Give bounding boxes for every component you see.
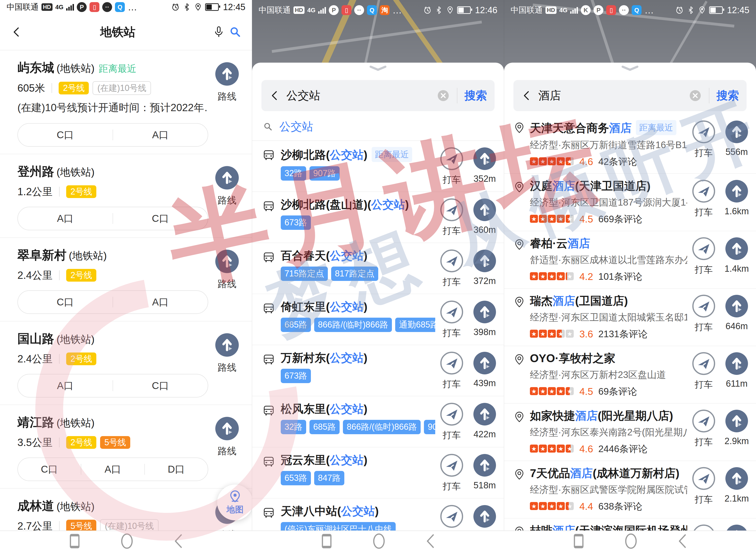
bus-line-chip[interactable]: (停运)东丽湖社区巴士八中线 [281,522,396,531]
bus-line-chip[interactable]: 847路 [314,471,344,485]
subway-station-row[interactable]: 翠阜新村(地铁站) 2.4公里 2号线 C口A口 路线 [0,238,252,321]
route-button[interactable]: 1.6km [724,179,750,218]
route-button[interactable]: 路线 [208,164,246,230]
taxi-button[interactable]: 打车 [438,454,465,492]
sheet-collapse-handle[interactable] [252,63,504,73]
search-input[interactable]: 酒店 [538,88,689,103]
exit-button[interactable]: A口 [18,379,112,392]
nav-recents-button[interactable] [321,533,333,549]
route-button[interactable]: 2.9km [724,409,750,448]
clear-input-button[interactable] [689,89,702,102]
hotel-row[interactable]: 天津天意合商务酒店距离最近 经济型·东丽区万新街道雪莲路16号B1栋 ★★★★★… [504,114,756,173]
bus-stop-row[interactable]: 沙柳北路(公交站)距离最近 32路907路 打车 352m [252,141,504,191]
exit-button[interactable]: D口 [145,463,208,476]
route-button[interactable]: 422m [471,403,498,441]
exit-button[interactable]: C口 [18,296,112,309]
back-button[interactable] [269,90,281,101]
route-button[interactable]: 路线 [208,248,246,314]
route-button[interactable]: 2.0km [724,524,750,531]
hotel-row[interactable]: 7天优品酒店(成林道万新村店) 经济型·东丽区武警医学院附属医院试管… ★★★★… [504,461,756,518]
bus-line-chip[interactable]: 685路 [310,420,340,434]
bus-line-chip[interactable]: 866路/(临时)866路 [314,318,392,332]
bus-stop-row[interactable]: 倚虹东里(公交站) 685路866路/(临时)866路通勤685路 打车 398… [252,294,504,345]
exit-button[interactable]: C口 [18,128,112,141]
taxi-button[interactable]: 打车 [691,237,717,276]
nav-home-button[interactable] [120,533,133,550]
nav-home-button[interactable] [624,533,638,550]
subway-station-row[interactable]: 登州路(地铁站) 1.2公里 2号线 A口C口 路线 [0,154,252,237]
route-button[interactable]: 518m [471,454,498,492]
bus-line-chip[interactable]: 685路 [281,318,311,332]
search-input[interactable]: 公交站 [286,88,437,103]
subway-station-row[interactable]: 靖江路(地铁站) 3.5公里 2号线5号线 C口A口D口 路线 [0,405,252,488]
route-button[interactable]: 路线 [208,332,246,398]
bus-line-chip[interactable]: 907路 [310,166,340,180]
map-view-button[interactable]: 地图 [217,485,252,520]
nav-recents-button[interactable] [68,533,81,549]
route-button[interactable]: 360m [471,198,498,237]
taxi-button[interactable]: 打车 [691,409,717,448]
route-button[interactable]: 路线 [208,61,246,147]
taxi-button[interactable]: 打车 [691,524,717,531]
bus-line-chip[interactable]: 817路定点 [331,266,378,281]
exit-button[interactable]: A口 [18,212,112,225]
taxi-button[interactable]: 打车 [438,403,465,441]
exit-button[interactable]: C口 [113,212,208,225]
exit-button[interactable]: C口 [18,463,81,476]
route-button[interactable]: 556m [724,120,750,159]
bus-stop-row[interactable]: 松风东里(公交站) 32路685路866路/(临时)866路907路 … 打车 … [252,396,504,447]
route-button[interactable]: 398m [471,300,498,339]
clear-input-button[interactable] [437,89,450,102]
bus-line-chip[interactable]: 673路 [281,369,311,383]
route-button[interactable]: 1.4km [724,237,750,276]
search-submit-button[interactable]: 搜索 [464,88,487,103]
taxi-button[interactable]: 打车 [438,300,465,339]
bus-line-chip[interactable]: 32路 [281,420,306,434]
hotel-row[interactable]: 喆啡酒店(天津滨海国际机场登州… 舒适型·东丽区登州路与成林道交口香邑… ★★★… [504,519,756,531]
taxi-button[interactable]: 打车 [438,147,465,186]
hotel-row[interactable]: 如家快捷酒店(阳光星期八店) 经济型·河东区泰兴南路2号(阳光星期八… ★★★★… [504,404,756,461]
search-query-title[interactable]: 地铁站 [25,24,211,40]
back-button[interactable] [521,90,533,101]
bus-line-chip[interactable]: 866路/(临时)866路 [343,420,421,434]
search-suggestion-row[interactable]: 公交站 [252,113,504,141]
route-button[interactable]: 611m [724,352,750,391]
taxi-button[interactable]: 打车 [438,351,465,390]
hotel-row[interactable]: 睿柏·云酒店 舒适型·东丽区成林道以北雪莲路东办公… ★★★★★★★★★★ 4.… [504,231,756,288]
bus-stop-row[interactable]: 冠云东里(公交站) 653路847路 打车 518m [252,447,504,498]
exit-button[interactable]: A口 [81,463,144,476]
nav-back-button[interactable] [173,533,183,549]
nav-home-button[interactable] [372,533,386,550]
taxi-button[interactable]: 打车 [438,249,465,288]
bus-stop-row[interactable]: 天津八中站(公交站) (停运)东丽湖社区巴士八中线 … 打车 545m [252,499,504,531]
nav-recents-button[interactable] [573,533,585,549]
exit-button[interactable]: C口 [113,379,208,392]
subway-station-row[interactable]: 国山路(地铁站) 2.4公里 2号线 A口C口 路线 [0,322,252,405]
taxi-button[interactable]: 打车 [438,505,465,531]
bus-line-chip[interactable]: 907路 [424,420,435,434]
bus-line-chip[interactable]: 715路定点 [281,266,328,281]
route-button[interactable]: 372m [471,249,498,288]
search-button[interactable] [227,24,244,40]
taxi-button[interactable]: 打车 [691,179,717,218]
route-button[interactable]: 2.1km [724,467,750,506]
subway-station-row[interactable]: 屿东城(地铁站)距离最近 605米 2号线(在建)10号线 (在建)10号线预计… [0,50,252,154]
bus-line-chip[interactable]: 32路 [281,166,306,180]
route-button[interactable]: 545m [471,505,498,531]
exit-button[interactable]: A口 [113,128,208,141]
route-button[interactable]: 路线 [208,415,246,481]
route-button[interactable]: 646m [724,294,750,333]
route-button[interactable]: 439m [471,351,498,390]
voice-search-button[interactable] [211,24,227,40]
search-submit-button[interactable]: 搜索 [716,88,739,103]
exit-button[interactable]: A口 [113,296,208,309]
bus-stop-row[interactable]: 百合春天(公交站) 715路定点817路定点 打车 372m [252,243,504,294]
back-button[interactable] [8,24,25,40]
bus-stop-row[interactable]: 沙柳北路(盘山道)(公交站) 673路 打车 360m [252,192,504,242]
taxi-button[interactable]: 打车 [691,120,717,159]
nav-back-button[interactable] [677,533,688,549]
hotel-row[interactable]: 汉庭酒店(天津卫国道店) 经济型·河东区卫国道187号源润大厦1-3层 ★★★★… [504,174,756,231]
taxi-button[interactable]: 打车 [691,467,717,506]
taxi-button[interactable]: 打车 [691,352,717,391]
bus-stop-row[interactable]: 万新村东(公交站) 673路 打车 439m [252,345,504,396]
